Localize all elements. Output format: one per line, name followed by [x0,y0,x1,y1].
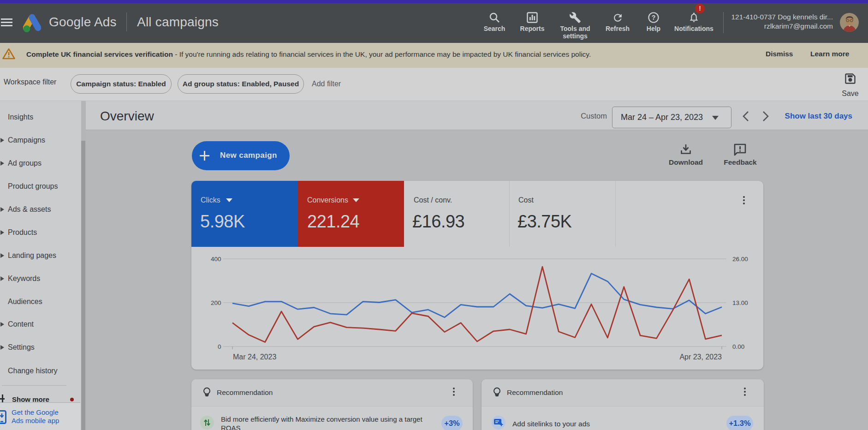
svg-text:Mar 24, 2023: Mar 24, 2023 [233,353,276,361]
svg-text:13.00: 13.00 [732,299,748,306]
svg-text:?: ? [652,14,656,21]
svg-text:400: 400 [211,256,221,263]
svg-text:0: 0 [218,343,221,350]
svg-text:0.00: 0.00 [732,343,744,350]
svg-text:26.00: 26.00 [732,256,748,263]
svg-text:200: 200 [211,299,221,306]
svg-text:Apr 23, 2023: Apr 23, 2023 [679,353,722,361]
